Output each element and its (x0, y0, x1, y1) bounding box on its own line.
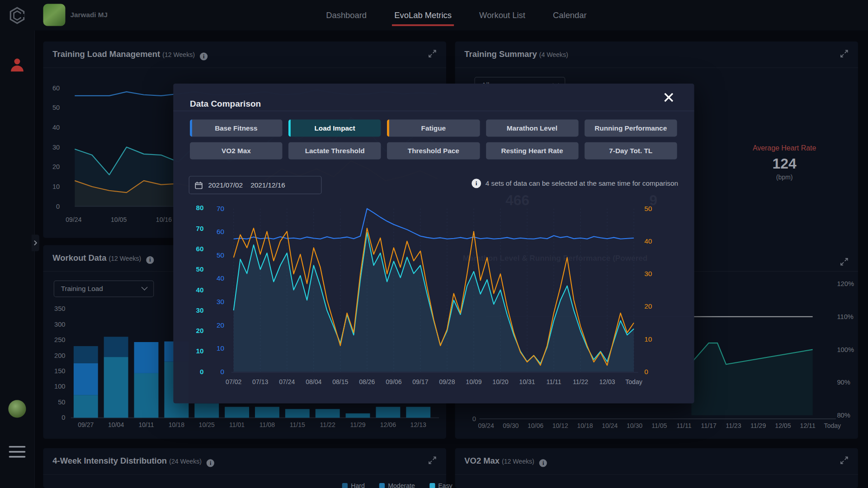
divider (43, 67, 446, 68)
close-icon (664, 92, 674, 102)
nav-item-calendar[interactable]: Calendar (552, 1, 588, 29)
svg-text:90%: 90% (837, 379, 850, 386)
coros-logo-icon[interactable] (9, 7, 26, 24)
topbar: Jarwadi MJ DashboardEvoLab MetricsWorkou… (34, 0, 868, 30)
svg-text:50: 50 (217, 251, 224, 259)
sidebar (0, 0, 35, 488)
card-title: Training Summary (4 Weeks) (464, 49, 568, 59)
nav-item-dashboard[interactable]: Dashboard (325, 1, 368, 29)
metric-button-vo2-max[interactable]: VO2 Max (190, 142, 283, 160)
modal-title: Data Comparison (190, 99, 261, 109)
svg-text:0: 0 (644, 368, 648, 375)
svg-text:0: 0 (61, 414, 65, 421)
expand-icon[interactable] (428, 456, 437, 465)
card-header: Training Summary (4 Weeks) (455, 42, 858, 68)
sidebar-collapse-handle[interactable] (32, 235, 39, 251)
date-start: 2021/07/02 (208, 181, 243, 189)
info-icon[interactable]: i (200, 52, 208, 60)
svg-text:0: 0 (200, 368, 204, 375)
svg-text:70: 70 (217, 205, 224, 212)
svg-text:10: 10 (644, 335, 652, 343)
info-icon[interactable]: i (539, 459, 547, 467)
button-label: Fatigue (421, 124, 446, 132)
period-text: (12 Weeks) (162, 52, 195, 58)
metric-button-fatigue[interactable]: Fatigue (387, 119, 480, 136)
button-label: Marathon Level (507, 124, 557, 132)
expand-icon[interactable] (840, 49, 849, 58)
metric-button-resting-heart-rate[interactable]: Resting Heart Rate (486, 142, 579, 160)
svg-text:Today: Today (824, 422, 842, 429)
svg-text:11/01: 11/01 (229, 421, 245, 428)
card-intensity-distribution: 4-Week Intensity Distribution (24 Weeks)… (43, 448, 446, 488)
workout-metric-select[interactable]: Training Load (54, 281, 154, 297)
period-text: (12 Weeks) (108, 255, 141, 262)
svg-text:30: 30 (52, 144, 60, 151)
ghost-summary-value: 466 (505, 192, 529, 209)
svg-text:09/17: 09/17 (412, 378, 428, 385)
period-text: (4 Weeks) (539, 52, 568, 58)
legend-item-hard: Hard (342, 483, 365, 488)
svg-text:30: 30 (217, 298, 224, 305)
svg-text:120%: 120% (837, 280, 854, 287)
svg-text:250: 250 (54, 336, 66, 343)
metric-button-running-performance[interactable]: Running Performance (585, 119, 677, 136)
svg-text:09/27: 09/27 (78, 421, 94, 428)
date-range-picker[interactable]: 2021/07/02 2021/12/16 (189, 176, 322, 194)
svg-text:11/15: 11/15 (290, 421, 305, 428)
avg-hr-value: 124 (743, 155, 826, 173)
metric-button-base-fitness[interactable]: Base Fitness (190, 119, 283, 136)
info-icon[interactable]: i (146, 256, 154, 264)
metric-button-marathon-level[interactable]: Marathon Level (486, 119, 579, 136)
info-icon[interactable]: i (207, 459, 214, 467)
sidebar-avatar[interactable] (8, 400, 26, 418)
svg-text:09/30: 09/30 (503, 422, 519, 429)
svg-text:20: 20 (196, 327, 204, 334)
svg-text:12/05: 12/05 (775, 422, 791, 429)
svg-text:80: 80 (196, 204, 204, 211)
svg-text:08/26: 08/26 (359, 378, 375, 385)
card-header: VO2 Max (12 Weeks) i (455, 448, 858, 474)
average-heart-rate-block: Average Heart Rate 124 (bpm) (743, 144, 826, 180)
user-avatar[interactable] (43, 4, 66, 26)
svg-text:0: 0 (56, 203, 60, 210)
expand-icon[interactable] (840, 456, 849, 465)
svg-text:60: 60 (217, 228, 224, 235)
metric-button-7-day-tot-tl[interactable]: 7-Day Tot. TL (585, 142, 677, 160)
metric-button-lactate-threshold[interactable]: Lactate Threshold (288, 142, 381, 160)
chevron-right-icon (33, 239, 38, 246)
svg-text:20: 20 (644, 302, 652, 310)
close-button[interactable] (663, 92, 674, 103)
nav-item-evolab-metrics[interactable]: EvoLab Metrics (393, 1, 453, 29)
svg-text:70: 70 (196, 225, 204, 232)
button-label: Base Fitness (215, 124, 257, 132)
svg-text:08/15: 08/15 (332, 378, 348, 385)
calendar-icon (195, 181, 203, 189)
svg-text:10/24: 10/24 (602, 422, 618, 429)
svg-text:11/23: 11/23 (726, 422, 741, 429)
svg-text:10/12: 10/12 (552, 422, 568, 429)
expand-icon[interactable] (428, 49, 437, 58)
svg-text:09/06: 09/06 (386, 378, 401, 385)
metric-button-threshold-pace[interactable]: Threshold Pace (387, 142, 480, 160)
title-text: 4-Week Intensity Distribution (52, 456, 167, 465)
svg-text:30: 30 (644, 270, 652, 277)
app-root: Jarwadi MJ DashboardEvoLab MetricsWorkou… (0, 0, 868, 488)
intensity-legend: HardModerateEasy (342, 483, 453, 488)
user-name: Jarwadi MJ (71, 11, 108, 19)
selection-color-bar (387, 119, 389, 136)
data-comparison-modal: Data Comparison Base FitnessLoad ImpactF… (173, 84, 694, 404)
athlete-profile-icon[interactable] (9, 57, 25, 72)
svg-text:10/31: 10/31 (519, 378, 535, 385)
svg-text:40: 40 (644, 237, 652, 245)
svg-text:11/11: 11/11 (676, 422, 691, 429)
title-text: Training Load Management (52, 49, 160, 59)
svg-text:11/29: 11/29 (750, 422, 766, 429)
menu-icon[interactable] (9, 446, 26, 461)
hint-text: 4 sets of data can be selected at the sa… (486, 179, 678, 187)
svg-text:11/11: 11/11 (546, 378, 561, 385)
nav-item-workout-list[interactable]: Workout List (478, 1, 527, 29)
svg-text:09/24: 09/24 (478, 422, 494, 429)
svg-text:10/04: 10/04 (108, 421, 124, 428)
metric-button-load-impact[interactable]: Load Impact (288, 119, 381, 136)
expand-icon[interactable] (840, 257, 849, 266)
